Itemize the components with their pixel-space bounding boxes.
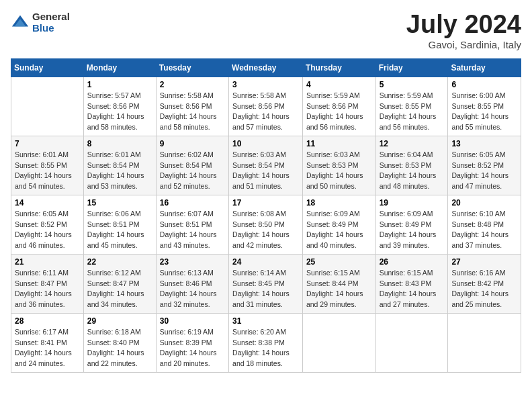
calendar-cell: 5Sunrise: 5:59 AMSunset: 8:55 PMDaylight… <box>375 77 448 136</box>
day-info: Sunrise: 6:07 AMSunset: 8:51 PMDaylight:… <box>160 209 225 251</box>
calendar-cell: 9Sunrise: 6:02 AMSunset: 8:54 PMDaylight… <box>156 136 228 195</box>
day-number: 8 <box>87 139 152 148</box>
day-number: 27 <box>451 257 517 267</box>
logo-icon <box>11 13 30 32</box>
calendar-cell: 24Sunrise: 6:14 AMSunset: 8:45 PMDayligh… <box>229 254 303 313</box>
day-info: Sunrise: 6:05 AMSunset: 8:52 PMDaylight:… <box>451 150 517 192</box>
title-block: July 2024 Gavoi, Sardinia, Italy <box>406 11 521 50</box>
calendar-cell: 27Sunrise: 6:16 AMSunset: 8:42 PMDayligh… <box>448 254 521 313</box>
day-info: Sunrise: 6:09 AMSunset: 8:49 PMDaylight:… <box>306 209 372 251</box>
day-info: Sunrise: 6:06 AMSunset: 8:51 PMDaylight:… <box>87 209 152 251</box>
day-number: 16 <box>160 198 225 208</box>
day-number: 28 <box>15 316 80 326</box>
day-number: 31 <box>232 316 299 326</box>
calendar-week-row: 7Sunrise: 6:01 AMSunset: 8:55 PMDaylight… <box>11 136 521 195</box>
calendar-cell: 25Sunrise: 6:15 AMSunset: 8:44 PMDayligh… <box>302 254 375 313</box>
calendar-week-row: 14Sunrise: 6:05 AMSunset: 8:52 PMDayligh… <box>11 195 521 254</box>
calendar-cell <box>302 313 375 372</box>
calendar-cell: 16Sunrise: 6:07 AMSunset: 8:51 PMDayligh… <box>156 195 228 254</box>
day-info: Sunrise: 5:57 AMSunset: 8:56 PMDaylight:… <box>87 91 152 133</box>
day-number: 25 <box>306 257 372 267</box>
logo: General Blue <box>11 11 70 34</box>
day-number: 2 <box>160 80 225 89</box>
day-info: Sunrise: 6:13 AMSunset: 8:46 PMDaylight:… <box>160 268 225 310</box>
calendar-cell: 17Sunrise: 6:08 AMSunset: 8:50 PMDayligh… <box>229 195 303 254</box>
calendar-cell: 15Sunrise: 6:06 AMSunset: 8:51 PMDayligh… <box>83 195 156 254</box>
page-header: General Blue July 2024 Gavoi, Sardinia, … <box>11 11 521 50</box>
weekday-header-monday: Monday <box>83 58 156 77</box>
day-number: 6 <box>451 80 517 89</box>
calendar-cell: 31Sunrise: 6:20 AMSunset: 8:38 PMDayligh… <box>229 313 303 372</box>
weekday-header-row: SundayMondayTuesdayWednesdayThursdayFrid… <box>11 58 521 77</box>
day-number: 4 <box>306 80 372 89</box>
calendar-cell: 2Sunrise: 5:58 AMSunset: 8:56 PMDaylight… <box>156 77 228 136</box>
day-number: 12 <box>380 139 445 148</box>
day-info: Sunrise: 6:01 AMSunset: 8:55 PMDaylight:… <box>15 150 80 192</box>
calendar-cell: 23Sunrise: 6:13 AMSunset: 8:46 PMDayligh… <box>156 254 228 313</box>
day-info: Sunrise: 5:59 AMSunset: 8:56 PMDaylight:… <box>306 91 372 133</box>
day-info: Sunrise: 6:03 AMSunset: 8:54 PMDaylight:… <box>232 150 299 192</box>
day-number: 10 <box>232 139 299 148</box>
day-info: Sunrise: 6:15 AMSunset: 8:44 PMDaylight:… <box>306 268 372 310</box>
day-info: Sunrise: 6:18 AMSunset: 8:40 PMDaylight:… <box>87 327 152 369</box>
calendar-cell: 7Sunrise: 6:01 AMSunset: 8:55 PMDaylight… <box>11 136 84 195</box>
calendar-cell: 22Sunrise: 6:12 AMSunset: 8:47 PMDayligh… <box>83 254 156 313</box>
day-number: 1 <box>87 80 152 89</box>
day-number: 5 <box>380 80 445 89</box>
calendar-cell: 10Sunrise: 6:03 AMSunset: 8:54 PMDayligh… <box>229 136 303 195</box>
calendar-cell: 11Sunrise: 6:03 AMSunset: 8:53 PMDayligh… <box>302 136 375 195</box>
day-info: Sunrise: 6:11 AMSunset: 8:47 PMDaylight:… <box>15 268 80 310</box>
day-info: Sunrise: 6:03 AMSunset: 8:53 PMDaylight:… <box>306 150 372 192</box>
day-number: 15 <box>87 198 152 208</box>
calendar-cell: 12Sunrise: 6:04 AMSunset: 8:53 PMDayligh… <box>375 136 448 195</box>
day-info: Sunrise: 6:17 AMSunset: 8:41 PMDaylight:… <box>15 327 80 369</box>
location-subtitle: Gavoi, Sardinia, Italy <box>406 39 521 50</box>
day-number: 9 <box>160 139 225 148</box>
day-info: Sunrise: 6:04 AMSunset: 8:53 PMDaylight:… <box>380 150 445 192</box>
day-info: Sunrise: 6:01 AMSunset: 8:54 PMDaylight:… <box>87 150 152 192</box>
calendar-cell: 21Sunrise: 6:11 AMSunset: 8:47 PMDayligh… <box>11 254 84 313</box>
calendar-cell: 26Sunrise: 6:15 AMSunset: 8:43 PMDayligh… <box>375 254 448 313</box>
calendar-cell: 4Sunrise: 5:59 AMSunset: 8:56 PMDaylight… <box>302 77 375 136</box>
calendar-cell: 14Sunrise: 6:05 AMSunset: 8:52 PMDayligh… <box>11 195 84 254</box>
day-info: Sunrise: 5:58 AMSunset: 8:56 PMDaylight:… <box>160 91 225 133</box>
day-number: 20 <box>451 198 517 208</box>
weekday-header-tuesday: Tuesday <box>156 58 228 77</box>
day-info: Sunrise: 6:15 AMSunset: 8:43 PMDaylight:… <box>380 268 445 310</box>
day-info: Sunrise: 6:02 AMSunset: 8:54 PMDaylight:… <box>160 150 225 192</box>
calendar-cell: 1Sunrise: 5:57 AMSunset: 8:56 PMDaylight… <box>83 77 156 136</box>
day-info: Sunrise: 6:09 AMSunset: 8:49 PMDaylight:… <box>380 209 445 251</box>
day-number: 29 <box>87 316 152 326</box>
day-number: 23 <box>160 257 225 267</box>
calendar-week-row: 28Sunrise: 6:17 AMSunset: 8:41 PMDayligh… <box>11 313 521 372</box>
day-number: 3 <box>232 80 299 89</box>
calendar-cell: 20Sunrise: 6:10 AMSunset: 8:48 PMDayligh… <box>448 195 521 254</box>
day-number: 21 <box>15 257 80 267</box>
day-info: Sunrise: 6:12 AMSunset: 8:47 PMDaylight:… <box>87 268 152 310</box>
day-info: Sunrise: 6:05 AMSunset: 8:52 PMDaylight:… <box>15 209 80 251</box>
calendar-cell: 8Sunrise: 6:01 AMSunset: 8:54 PMDaylight… <box>83 136 156 195</box>
day-info: Sunrise: 6:00 AMSunset: 8:55 PMDaylight:… <box>451 91 517 133</box>
day-number: 14 <box>15 198 80 208</box>
day-info: Sunrise: 6:16 AMSunset: 8:42 PMDaylight:… <box>451 268 517 310</box>
calendar-week-row: 1Sunrise: 5:57 AMSunset: 8:56 PMDaylight… <box>11 77 521 136</box>
day-info: Sunrise: 6:20 AMSunset: 8:38 PMDaylight:… <box>232 327 299 369</box>
logo-text: General Blue <box>32 11 70 34</box>
day-number: 30 <box>160 316 225 326</box>
day-number: 26 <box>380 257 445 267</box>
calendar-cell: 3Sunrise: 5:58 AMSunset: 8:56 PMDaylight… <box>229 77 303 136</box>
logo-blue: Blue <box>32 22 70 34</box>
weekday-header-wednesday: Wednesday <box>229 58 303 77</box>
calendar-week-row: 21Sunrise: 6:11 AMSunset: 8:47 PMDayligh… <box>11 254 521 313</box>
weekday-header-saturday: Saturday <box>448 58 521 77</box>
calendar-cell: 18Sunrise: 6:09 AMSunset: 8:49 PMDayligh… <box>302 195 375 254</box>
calendar-cell <box>448 313 521 372</box>
day-number: 18 <box>306 198 372 208</box>
day-number: 13 <box>451 139 517 148</box>
day-info: Sunrise: 5:58 AMSunset: 8:56 PMDaylight:… <box>232 91 299 133</box>
day-number: 19 <box>380 198 445 208</box>
day-info: Sunrise: 6:10 AMSunset: 8:48 PMDaylight:… <box>451 209 517 251</box>
calendar-cell: 6Sunrise: 6:00 AMSunset: 8:55 PMDaylight… <box>448 77 521 136</box>
day-number: 11 <box>306 139 372 148</box>
day-info: Sunrise: 5:59 AMSunset: 8:55 PMDaylight:… <box>380 91 445 133</box>
